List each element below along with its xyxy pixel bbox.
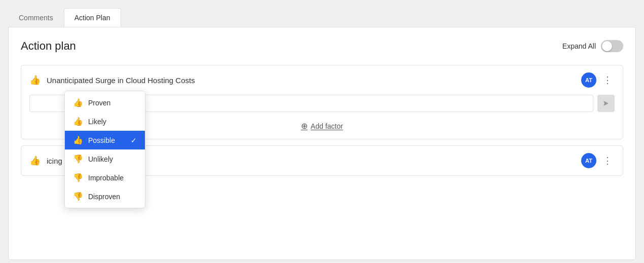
thumb-proven-icon: 👍 — [73, 98, 83, 107]
dropdown-label-possible: Possible — [88, 136, 115, 144]
expand-all-row: Expand All — [562, 40, 623, 52]
add-factor-link[interactable]: ⊕ Add factor — [301, 121, 343, 131]
expand-all-toggle[interactable] — [601, 40, 623, 52]
dropdown-item-possible[interactable]: 👍 Possible ✓ — [65, 131, 145, 149]
item-icon-2: 👍 — [29, 155, 41, 166]
check-icon: ✓ — [131, 136, 137, 144]
send-icon — [602, 99, 610, 107]
avatar-1: AT — [581, 72, 596, 88]
tab-action-plan[interactable]: Action Plan — [64, 8, 121, 27]
dropdown-item-unlikely[interactable]: 👎 Unlikely — [65, 149, 145, 168]
dropdown-item-proven[interactable]: 👍 Proven — [65, 93, 145, 112]
item-actions-1: AT ⋮ — [581, 72, 615, 88]
more-button-1[interactable]: ⋮ — [600, 73, 615, 87]
dropdown-label-improbable: Improbable — [88, 174, 124, 182]
item-card-1: 👍 Unanticipated Surge in Cloud Hosting C… — [21, 65, 623, 139]
dropdown-label-disproven: Disproven — [88, 193, 120, 201]
dropdown-item-disproven[interactable]: 👎 Disproven — [65, 187, 145, 206]
item-actions-2: AT ⋮ — [581, 153, 615, 168]
thumb-unlikely-icon: 👎 — [73, 154, 83, 164]
thumb-possible-icon: 👍 — [73, 135, 83, 145]
tabs-bar: Comments Action Plan — [8, 8, 636, 27]
thumb-improbable-icon: 👎 — [73, 173, 83, 182]
more-button-2[interactable]: ⋮ — [600, 154, 615, 168]
main-panel: Action plan Expand All 👍 Unanticipated S… — [8, 27, 636, 260]
dropdown-item-improbable[interactable]: 👎 Improbable — [65, 168, 145, 187]
expand-all-label: Expand All — [562, 42, 596, 50]
tab-comments[interactable]: Comments — [8, 8, 64, 27]
thumb-likely-icon: 👍 — [73, 117, 83, 126]
dropdown-label-unlikely: Unlikely — [88, 155, 113, 163]
page-container: Comments Action Plan Action plan Expand … — [0, 0, 644, 263]
item-title-1: Unanticipated Surge in Cloud Hosting Cos… — [47, 76, 575, 85]
dropdown-label-proven: Proven — [88, 99, 110, 107]
dropdown-menu: 👍 Proven 👍 Likely 👍 Possible ✓ 👎 Un — [64, 91, 145, 208]
dropdown-item-likely[interactable]: 👍 Likely — [65, 112, 145, 131]
send-button-1[interactable] — [597, 95, 615, 112]
panel-header: Action plan Expand All — [21, 40, 623, 53]
item-icon-1: 👍 — [29, 74, 41, 86]
avatar-2: AT — [581, 153, 596, 168]
dropdown-label-likely: Likely — [88, 118, 106, 126]
panel-title: Action plan — [21, 40, 76, 53]
thumb-disproven-icon: 👎 — [73, 192, 83, 201]
add-factor-icon: ⊕ — [301, 121, 308, 131]
